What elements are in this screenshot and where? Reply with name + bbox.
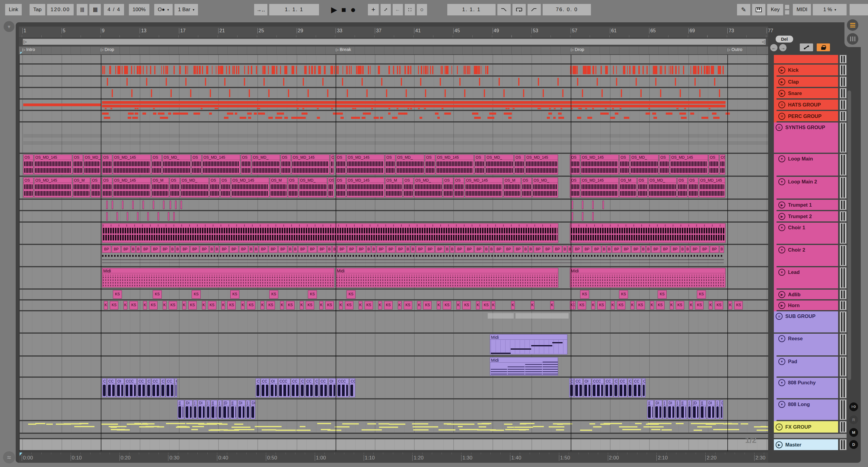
locator-flag[interactable]: ▷Outro	[727, 47, 742, 52]
audio-clip[interactable]: OS	[241, 155, 251, 175]
mini-clip[interactable]	[168, 212, 169, 221]
midi-clip[interactable]: KS	[597, 301, 606, 309]
track-play-icon[interactable]: ▶	[778, 213, 785, 220]
midi-clip[interactable]: C	[569, 378, 574, 397]
midi-clip[interactable]: K	[611, 301, 615, 309]
track-fold-icon[interactable]: ▼	[778, 358, 785, 365]
midi-clip[interactable]: BP	[416, 245, 425, 253]
midi-clip[interactable]: [[	[700, 400, 707, 419]
midi-clip[interactable]: BP	[671, 245, 680, 253]
midi-clip[interactable]: [	[687, 400, 691, 419]
midi-clip[interactable]: BP	[190, 245, 199, 253]
nudge-up-button[interactable]: ||||	[89, 4, 101, 15]
nudge-down-button[interactable]: ||||	[77, 4, 88, 15]
playhead-marker[interactable]	[20, 453, 22, 456]
midi-clip[interactable]: [[	[680, 400, 687, 419]
midi-clip[interactable]: B	[288, 245, 292, 253]
audio-clip[interactable]: OS	[659, 155, 670, 175]
audio-clip[interactable]: OS_MD_145	[436, 155, 474, 175]
midi-clip[interactable]: BP	[259, 245, 268, 253]
audio-clip[interactable]: OS	[23, 177, 33, 198]
midi-clip[interactable]: B	[327, 245, 332, 253]
midi-clip[interactable]: [	[193, 400, 197, 419]
track-header-trumpet-1[interactable]: ▶Trumpet 1	[777, 200, 838, 210]
tempo-display[interactable]: 120.00	[47, 4, 74, 15]
track-row-adlib[interactable]: KSKSKSKSKSKSKSKSKSKSKS	[20, 290, 768, 299]
midi-clip[interactable]: BP	[543, 245, 552, 253]
audio-clip[interactable]: OS	[514, 155, 525, 175]
audio-clip[interactable]: OS_MD_145	[113, 177, 151, 198]
midi-clip[interactable]: BP	[112, 245, 121, 253]
audio-clip[interactable]: OS	[330, 155, 334, 175]
mini-clip[interactable]	[175, 201, 177, 209]
midi-clip[interactable]: KS	[676, 301, 684, 309]
midi-clip[interactable]: K	[260, 301, 265, 309]
midi-clip[interactable]: B	[607, 245, 612, 253]
audio-clip[interactable]: OS	[570, 177, 580, 198]
session-record-button[interactable]: ○	[417, 4, 427, 15]
audio-clip[interactable]: OS_MD_145	[231, 177, 269, 198]
midi-clip[interactable]: K	[359, 301, 363, 309]
mini-clip[interactable]	[582, 212, 583, 221]
midi-clip[interactable]: Midi	[570, 268, 725, 288]
wave-zoom-button[interactable]: ≈	[3, 451, 15, 463]
mini-clip[interactable]	[181, 201, 182, 209]
midi-clip[interactable]: [	[218, 400, 222, 419]
mini-clip[interactable]	[117, 212, 118, 221]
midi-clip[interactable]: KS	[192, 290, 201, 299]
audio-clip[interactable]: OS	[522, 177, 532, 198]
track-row-trumpet-1[interactable]	[20, 200, 768, 210]
midi-clip[interactable]: B	[131, 245, 135, 253]
midi-clip[interactable]: K	[123, 301, 127, 309]
midi-clip[interactable]: C	[161, 378, 165, 397]
midi-clip[interactable]: OI	[329, 378, 336, 397]
midi-clip[interactable]: KS	[734, 301, 743, 309]
re-enable-automation-button[interactable]: ←	[393, 4, 403, 15]
midi-clip[interactable]: KS	[697, 290, 706, 299]
midi-clip[interactable]: BP	[141, 245, 150, 253]
mini-clip[interactable]	[592, 212, 594, 221]
midi-clip[interactable]: K	[398, 301, 402, 309]
mixer-view-button[interactable]	[847, 33, 858, 45]
midi-clip[interactable]: K	[280, 301, 284, 309]
midi-clip[interactable]: CC	[319, 378, 328, 397]
cpu-meter[interactable]: 1 %▾	[813, 4, 846, 15]
midi-clip[interactable]: BP	[386, 245, 395, 253]
midi-clip[interactable]: KS	[286, 301, 294, 309]
midi-clip[interactable]: BP	[573, 245, 582, 253]
track-row-808-punchy[interactable]: CCCOICCCCCCCCCCCOICCCOICCCCCCCCCCCOICCCC…	[20, 378, 768, 398]
audio-clip[interactable]: OS_MD_	[630, 155, 658, 175]
track-header-choir-2[interactable]: ▼Choir 2	[777, 245, 838, 266]
audio-clip[interactable]: OS	[385, 155, 395, 175]
midi-clip[interactable]: C	[102, 378, 106, 397]
midi-clip[interactable]: KS	[169, 301, 177, 309]
track-header[interactable]	[774, 55, 838, 63]
midi-clip[interactable]: B	[210, 245, 214, 253]
midi-clip[interactable]: K	[437, 301, 441, 309]
draw-mode-button[interactable]: ✎	[737, 4, 750, 15]
mini-clip[interactable]	[602, 201, 604, 209]
midi-clip[interactable]: B	[646, 245, 651, 253]
audio-clip[interactable]: OS	[403, 177, 413, 198]
midi-clip[interactable]: KS	[113, 290, 122, 299]
time-ruler[interactable]: 0:000:100:200:300:400:501:001:101:201:30…	[19, 453, 768, 463]
midi-clip[interactable]: BP	[220, 245, 229, 253]
audio-clip[interactable]: OS	[677, 177, 687, 198]
mini-clip[interactable]	[143, 201, 144, 209]
audio-clip[interactable]: OS	[709, 155, 719, 175]
midi-clip[interactable]: BP	[298, 245, 307, 253]
midi-clip[interactable]: [[	[211, 400, 217, 419]
audio-clip[interactable]: OS_M	[73, 177, 90, 198]
show-delays-button[interactable]: D	[849, 440, 858, 449]
track-fold-icon[interactable]: ▼	[778, 155, 785, 162]
midi-clip[interactable]: K	[378, 301, 382, 309]
midi-clip[interactable]: K	[202, 301, 206, 309]
audio-clip[interactable]: OS_MD_	[162, 155, 191, 175]
track-header-clap[interactable]: ▶Clap	[777, 77, 838, 87]
midi-clip[interactable]: CCC	[278, 378, 290, 397]
audio-clip[interactable]: OS	[210, 177, 220, 198]
group-icon[interactable]: ≡	[776, 424, 783, 431]
midi-clip[interactable]: KS	[462, 301, 471, 309]
midi-clip[interactable]: CCC	[125, 378, 137, 397]
track-row-synths-group[interactable]	[20, 123, 768, 153]
